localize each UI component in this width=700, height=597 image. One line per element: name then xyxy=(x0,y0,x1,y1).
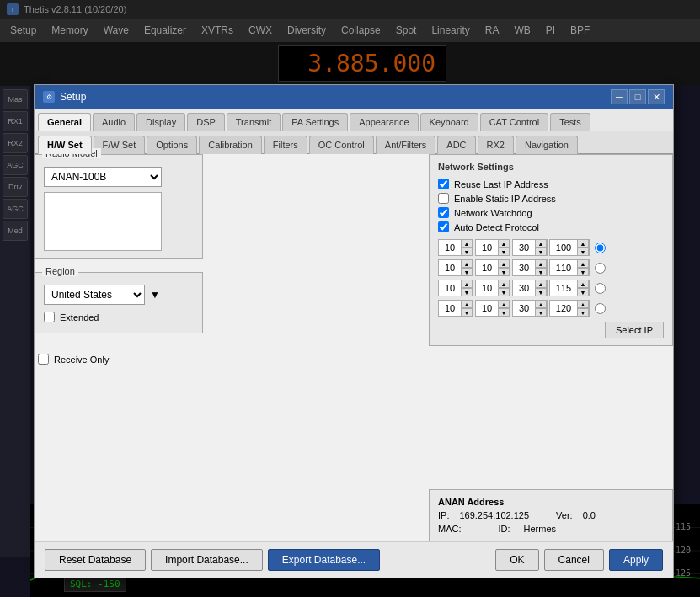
ip-val-2-2[interactable] xyxy=(513,280,535,296)
tab-cat-control[interactable]: CAT Control xyxy=(480,113,549,131)
spin-dn-0-3[interactable]: ▼ xyxy=(577,248,589,256)
tab-display[interactable]: Display xyxy=(136,113,185,131)
spin-dn-1-2[interactable]: ▼ xyxy=(535,268,547,276)
tab-transmit[interactable]: Transmit xyxy=(227,113,281,131)
ip-radio-1[interactable] xyxy=(595,263,606,274)
spin-dn-3-1[interactable]: ▼ xyxy=(498,308,510,317)
ip-val-0-3[interactable] xyxy=(550,240,577,255)
ip-val-1-0[interactable] xyxy=(439,260,461,275)
ip-val-3-2[interactable] xyxy=(513,301,535,316)
tab-rx2[interactable]: RX2 xyxy=(478,136,514,154)
tab-hw-set[interactable]: H/W Set xyxy=(38,136,92,154)
tab-tests[interactable]: Tests xyxy=(550,113,590,131)
ip-octet-1-1[interactable]: ▲ ▼ xyxy=(475,259,510,276)
radio-model-select[interactable]: ANAN-100B xyxy=(44,167,162,187)
close-button[interactable]: ✕ xyxy=(648,89,665,104)
ip-radio-3[interactable] xyxy=(595,303,606,314)
static-ip-checkbox[interactable] xyxy=(438,193,449,204)
ip-octet-2-3[interactable]: ▲ ▼ xyxy=(549,280,590,296)
spin-up-1-3[interactable]: ▲ xyxy=(577,259,589,268)
ip-val-0-2[interactable] xyxy=(513,240,535,255)
reuse-ip-checkbox[interactable] xyxy=(438,179,449,189)
spin-up-2-3[interactable]: ▲ xyxy=(577,280,589,288)
ip-octet-3-3[interactable]: ▲ ▼ xyxy=(549,300,590,317)
ip-val-1-1[interactable] xyxy=(476,260,498,275)
tab-ant-filters[interactable]: Ant/Filters xyxy=(376,136,436,154)
spin-dn-2-0[interactable]: ▼ xyxy=(461,288,473,296)
reset-database-button[interactable]: Reset Database xyxy=(45,549,146,571)
ip-octet-2-1[interactable]: ▲ ▼ xyxy=(475,280,510,296)
ip-octet-1-2[interactable]: ▲ ▼ xyxy=(512,259,548,276)
ip-radio-0[interactable] xyxy=(595,243,606,253)
ip-val-2-3[interactable] xyxy=(550,280,577,296)
tab-calibration[interactable]: Calibration xyxy=(199,136,262,154)
tab-appearance[interactable]: Appearance xyxy=(350,113,418,131)
spin-up-0-2[interactable]: ▲ xyxy=(535,239,547,248)
spin-dn-0-0[interactable]: ▼ xyxy=(461,248,473,256)
tab-pa-settings[interactable]: PA Settings xyxy=(282,113,348,131)
auto-detect-checkbox[interactable] xyxy=(438,221,449,232)
spin-up-1-0[interactable]: ▲ xyxy=(461,259,473,268)
extended-checkbox[interactable] xyxy=(44,312,55,322)
ip-val-3-1[interactable] xyxy=(476,301,498,316)
region-select[interactable]: United States xyxy=(44,285,145,305)
ip-octet-0-0[interactable]: ▲ ▼ xyxy=(438,239,473,256)
ip-octet-0-1[interactable]: ▲ ▼ xyxy=(475,239,510,256)
import-database-button[interactable]: Import Database... xyxy=(151,549,263,571)
spin-dn-2-3[interactable]: ▼ xyxy=(577,288,589,296)
spin-up-3-0[interactable]: ▲ xyxy=(461,300,473,308)
ip-val-3-3[interactable] xyxy=(550,301,577,316)
spin-up-2-0[interactable]: ▲ xyxy=(461,280,473,288)
spin-up-1-1[interactable]: ▲ xyxy=(498,259,510,268)
ip-octet-3-2[interactable]: ▲ ▼ xyxy=(512,300,548,317)
ip-octet-1-0[interactable]: ▲ ▼ xyxy=(438,259,473,276)
export-database-button[interactable]: Export Database... xyxy=(268,549,380,571)
spin-up-2-1[interactable]: ▲ xyxy=(498,280,510,288)
spin-dn-1-3[interactable]: ▼ xyxy=(577,268,589,276)
tab-navigation[interactable]: Navigation xyxy=(516,136,578,154)
minimize-button[interactable]: ─ xyxy=(611,89,628,104)
spin-up-0-3[interactable]: ▲ xyxy=(577,239,589,248)
spin-dn-1-1[interactable]: ▼ xyxy=(498,268,510,276)
spin-dn-2-2[interactable]: ▼ xyxy=(535,288,547,296)
spin-dn-0-1[interactable]: ▼ xyxy=(498,248,510,256)
ip-octet-3-0[interactable]: ▲ ▼ xyxy=(438,300,473,317)
spin-dn-3-0[interactable]: ▼ xyxy=(461,308,473,317)
tab-filters[interactable]: Filters xyxy=(264,136,307,154)
watchdog-checkbox[interactable] xyxy=(438,207,449,218)
ip-val-0-0[interactable] xyxy=(439,240,461,255)
tab-oc-control[interactable]: OC Control xyxy=(309,136,374,154)
tab-keyboard[interactable]: Keyboard xyxy=(420,113,478,131)
ip-val-2-0[interactable] xyxy=(439,280,461,296)
ip-val-0-1[interactable] xyxy=(476,240,498,255)
ip-octet-0-2[interactable]: ▲ ▼ xyxy=(512,239,548,256)
spin-up-3-3[interactable]: ▲ xyxy=(577,300,589,308)
spin-dn-3-2[interactable]: ▼ xyxy=(535,308,547,317)
tab-audio[interactable]: Audio xyxy=(93,113,135,131)
ip-octet-2-0[interactable]: ▲ ▼ xyxy=(438,280,473,296)
maximize-button[interactable]: □ xyxy=(629,89,646,104)
spin-up-3-1[interactable]: ▲ xyxy=(498,300,510,308)
tab-adc[interactable]: ADC xyxy=(437,136,475,154)
ip-octet-0-3[interactable]: ▲ ▼ xyxy=(549,239,590,256)
spin-up-2-2[interactable]: ▲ xyxy=(535,280,547,288)
spin-up-0-1[interactable]: ▲ xyxy=(498,239,510,248)
ip-val-3-0[interactable] xyxy=(439,301,461,316)
cancel-button[interactable]: Cancel xyxy=(544,549,604,571)
receive-only-checkbox[interactable] xyxy=(38,354,49,365)
spin-up-0-0[interactable]: ▲ xyxy=(461,239,473,248)
tab-fw-set[interactable]: F/W Set xyxy=(94,136,146,154)
tab-general[interactable]: General xyxy=(38,113,91,131)
ip-val-1-3[interactable] xyxy=(550,260,577,275)
spin-dn-3-3[interactable]: ▼ xyxy=(577,308,589,317)
spin-dn-1-0[interactable]: ▼ xyxy=(461,268,473,276)
select-ip-button[interactable]: Select IP xyxy=(605,322,664,338)
ip-val-2-1[interactable] xyxy=(476,280,498,296)
ip-val-1-2[interactable] xyxy=(513,260,535,275)
apply-button[interactable]: Apply xyxy=(609,549,663,571)
ip-radio-2[interactable] xyxy=(595,283,606,294)
ip-octet-3-1[interactable]: ▲ ▼ xyxy=(475,300,510,317)
spin-dn-0-2[interactable]: ▼ xyxy=(535,248,547,256)
spin-dn-2-1[interactable]: ▼ xyxy=(498,288,510,296)
tab-options[interactable]: Options xyxy=(147,136,197,154)
